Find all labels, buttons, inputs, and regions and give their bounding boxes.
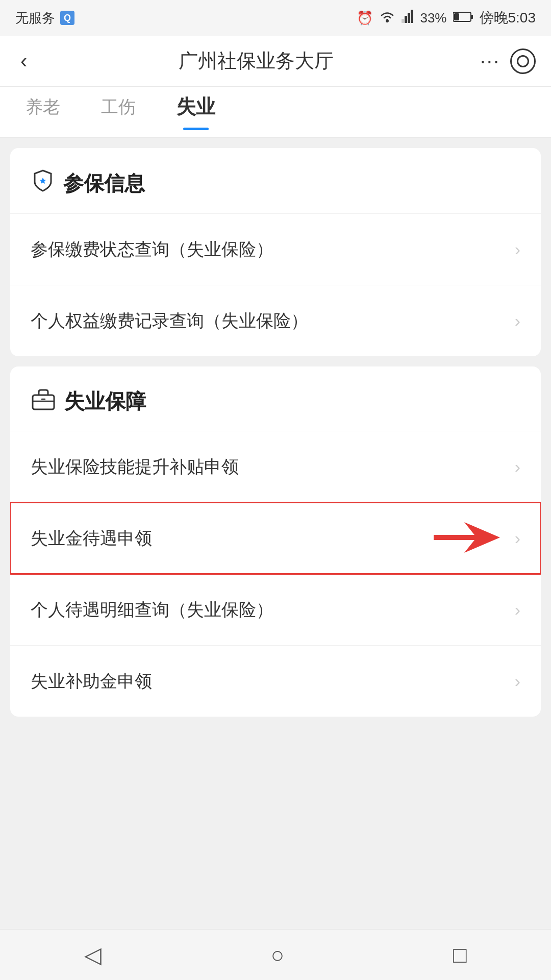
list-item-canbao-2-text: 个人权益缴费记录查询（失业保险） — [31, 308, 515, 334]
back-button[interactable]: ‹ — [15, 44, 32, 78]
signal-icon — [402, 10, 414, 27]
chevron-right-icon: › — [515, 528, 520, 548]
svg-point-0 — [386, 19, 389, 22]
chevron-right-icon: › — [515, 457, 520, 477]
bottom-nav: ◁ ○ □ — [0, 929, 551, 980]
section-shiyebaozhang: 失业保障 失业保险技能提升补贴申领 › 失业金待遇申领 › 个人待遇明细查询（失… — [10, 366, 541, 717]
battery-icon — [453, 10, 473, 26]
list-item-shiye-1-text: 失业保险技能提升补贴申领 — [31, 454, 515, 480]
tab-yanglao[interactable]: 养老 — [26, 95, 60, 129]
vpn-icon: Q — [60, 11, 74, 25]
svg-rect-1 — [411, 10, 413, 23]
nav-actions: ··· — [480, 48, 536, 74]
chevron-right-icon: › — [515, 600, 520, 620]
section-shiye-title: 失业保障 — [64, 387, 146, 415]
no-service-text: 无服务 — [15, 9, 55, 27]
svg-marker-11 — [434, 522, 500, 553]
status-left: 无服务 Q — [15, 9, 74, 27]
nav-bar: ‹ 广州社保业务大厅 ··· — [0, 36, 551, 87]
status-bar: 无服务 Q ⏰ 33% 傍晚5:03 — [0, 0, 551, 36]
section-canbao-title: 参保信息 — [63, 169, 145, 198]
tab-shiye[interactable]: 失业 — [177, 94, 215, 130]
nav-title: 广州社保业务大厅 — [32, 48, 480, 74]
svg-rect-7 — [454, 13, 459, 20]
section-shiye-header: 失业保障 — [10, 366, 541, 431]
battery-percent: 33% — [420, 10, 446, 26]
content-area: 参保信息 参保缴费状态查询（失业保险） › 个人权益缴费记录查询（失业保险） ›… — [0, 138, 551, 727]
svg-rect-8 — [33, 395, 54, 409]
shield-icon — [31, 168, 55, 198]
tab-gongshang[interactable]: 工伤 — [101, 95, 136, 129]
chevron-right-icon: › — [515, 239, 520, 259]
list-item-canbao-2[interactable]: 个人权益缴费记录查询（失业保险） › — [10, 285, 541, 356]
alarm-icon: ⏰ — [357, 10, 373, 26]
list-item-canbao-1-text: 参保缴费状态查询（失业保险） — [31, 236, 515, 262]
svg-rect-2 — [408, 13, 410, 23]
red-arrow-annotation — [434, 517, 500, 560]
briefcase-icon — [31, 387, 56, 415]
bottom-recent-button[interactable]: □ — [433, 937, 487, 973]
tab-bar: 养老 工伤 失业 — [0, 87, 551, 138]
wifi-icon — [379, 10, 395, 27]
list-item-shiye-1[interactable]: 失业保险技能提升补贴申领 › — [10, 431, 541, 502]
bottom-home-button[interactable]: ○ — [250, 937, 305, 973]
chevron-right-icon: › — [515, 671, 520, 691]
time-display: 傍晚5:03 — [480, 8, 536, 28]
chevron-right-icon: › — [515, 311, 520, 331]
list-item-shiye-3-text: 个人待遇明细查询（失业保险） — [31, 597, 515, 623]
list-item-shiye-4-text: 失业补助金申领 — [31, 668, 515, 694]
list-item-shiye-2[interactable]: 失业金待遇申领 › — [10, 502, 541, 574]
list-item-canbao-1[interactable]: 参保缴费状态查询（失业保险） › — [10, 213, 541, 285]
section-canbao-header: 参保信息 — [10, 148, 541, 213]
list-item-shiye-3[interactable]: 个人待遇明细查询（失业保险） › — [10, 574, 541, 645]
svg-rect-6 — [471, 15, 473, 19]
status-right: ⏰ 33% 傍晚5:03 — [357, 8, 536, 28]
list-item-shiye-4[interactable]: 失业补助金申领 › — [10, 645, 541, 717]
camera-button[interactable] — [510, 48, 536, 74]
bottom-back-button[interactable]: ◁ — [64, 937, 122, 973]
section-canbao: 参保信息 参保缴费状态查询（失业保险） › 个人权益缴费记录查询（失业保险） › — [10, 148, 541, 356]
svg-rect-3 — [405, 16, 407, 23]
more-button[interactable]: ··· — [480, 50, 500, 72]
svg-rect-4 — [402, 19, 404, 23]
